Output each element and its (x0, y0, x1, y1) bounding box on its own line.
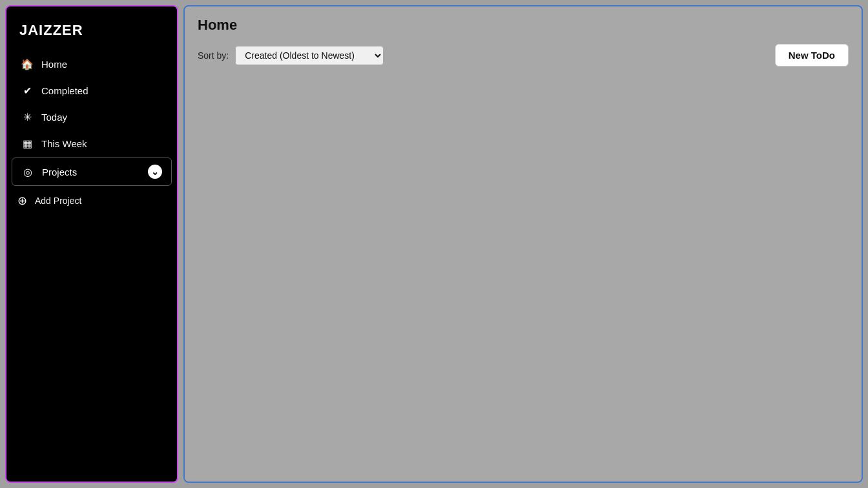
app-logo: JAIZZER (6, 17, 177, 52)
main-body (198, 66, 849, 471)
sidebar-item-today-label: Today (41, 112, 67, 123)
page-title: Home (198, 17, 237, 34)
sun-icon: ✳ (21, 111, 34, 123)
sort-select[interactable]: Created (Oldest to Newest) Created (Newe… (235, 46, 384, 65)
sort-section: Sort by: Created (Oldest to Newest) Crea… (198, 46, 384, 65)
main-content: Home Sort by: Created (Oldest to Newest)… (183, 5, 863, 483)
new-todo-button[interactable]: New ToDo (775, 44, 849, 66)
projects-chevron-icon: ⌄ (148, 165, 162, 179)
calendar-icon: ▦ (21, 137, 34, 150)
sidebar-item-projects-label: Projects (42, 167, 77, 178)
sidebar-item-completed-label: Completed (41, 85, 88, 96)
sort-by-label: Sort by: (198, 50, 229, 61)
toolbar: Sort by: Created (Oldest to Newest) Crea… (198, 44, 849, 66)
plus-circle-icon: ⊕ (16, 194, 28, 208)
sidebar-item-home-label: Home (41, 59, 67, 70)
sidebar-item-this-week[interactable]: ▦ This Week (12, 131, 172, 156)
check-circle-icon: ✔ (21, 85, 34, 97)
sidebar-item-today[interactable]: ✳ Today (12, 105, 172, 130)
add-project-item[interactable]: ⊕ Add Project (6, 188, 177, 213)
sidebar-item-projects[interactable]: ◎ Projects ⌄ (12, 158, 172, 186)
app-container: JAIZZER 🏠 Home ✔ Completed ✳ Today ▦ Thi… (0, 0, 868, 488)
sidebar-item-this-week-label: This Week (41, 138, 87, 149)
add-project-label: Add Project (35, 196, 81, 206)
sidebar-nav: 🏠 Home ✔ Completed ✳ Today ▦ This Week ◎ (6, 52, 177, 186)
target-icon: ◎ (21, 166, 34, 178)
main-header: Home (198, 17, 849, 34)
sidebar-item-completed[interactable]: ✔ Completed (12, 78, 172, 103)
home-icon: 🏠 (21, 58, 34, 70)
sidebar-item-home[interactable]: 🏠 Home (12, 52, 172, 77)
sidebar: JAIZZER 🏠 Home ✔ Completed ✳ Today ▦ Thi… (5, 5, 178, 483)
